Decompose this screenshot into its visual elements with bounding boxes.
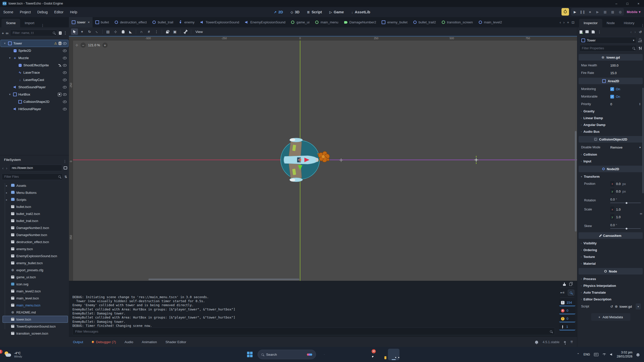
distraction-free-icon[interactable]: ⊡	[572, 20, 575, 24]
file-row[interactable]: tower.tscn	[3, 316, 68, 323]
viewport-2d[interactable]: -500-2500250500750 -2500250	[69, 36, 577, 281]
zoom-out-button[interactable]: −	[80, 42, 86, 48]
filesystem-filter-input[interactable]	[2, 173, 63, 180]
checkbox-checked[interactable]: ✓	[610, 95, 614, 99]
scale-y-field[interactable]: y1.0	[610, 214, 643, 220]
editor-switch-tab[interactable]: ◇ 3D	[288, 9, 303, 15]
visibility-eye-icon[interactable]	[63, 79, 67, 81]
node2d-section-header[interactable]: Node2D	[579, 166, 643, 172]
scale-tool-button[interactable]: ↔	[94, 28, 101, 35]
property-value[interactable]: 15.0	[610, 71, 643, 75]
visibility-eye-icon[interactable]	[63, 57, 67, 59]
expander-icon[interactable]	[8, 93, 12, 96]
property-group-row[interactable]: ›Physics Interpolation	[579, 282, 643, 289]
collapse-messages-icon[interactable]: ⇤≡	[560, 291, 564, 294]
visibility-eye-icon[interactable]	[63, 50, 67, 52]
nav-forward-icon[interactable]: ›	[6, 166, 8, 170]
area2d-section-header[interactable]: Area2D	[579, 78, 643, 84]
add-metadata-button[interactable]: +Add Metadata	[591, 313, 630, 321]
scene-file-tab[interactable]: enemy_bullet ×	[379, 17, 410, 27]
skew-field[interactable]: 0.0 °	[610, 223, 643, 229]
file-row[interactable]: enemy_bullet.tscn	[3, 259, 68, 266]
weather-widget[interactable]: 1 -4°C Windy	[0, 351, 22, 358]
file-row[interactable]: Assets	[3, 182, 68, 189]
inspector-options-icon[interactable]	[639, 47, 642, 50]
close-button[interactable]: ×	[633, 0, 644, 7]
checkbox-checked[interactable]: ✓	[610, 87, 614, 91]
scene-tree-menu-icon[interactable]: ⋮	[63, 31, 67, 35]
remote-debug-button[interactable]: ◍	[616, 8, 624, 16]
group-icon[interactable]	[58, 93, 61, 96]
file-row[interactable]: EnemyExplosionSound.tscn	[3, 252, 68, 259]
clear-output-icon[interactable]	[563, 284, 566, 286]
expander-icon[interactable]	[3, 42, 7, 45]
property-group-row[interactable]: ›Auto Translate	[579, 289, 643, 296]
file-row[interactable]: bullet_trail2.tscn	[3, 210, 68, 217]
scene-tree-row[interactable]: Muzzle ⚠	[1, 54, 68, 62]
prev-tab-icon[interactable]: ‹	[560, 20, 561, 24]
menu-item[interactable]: Project	[17, 10, 34, 14]
priority-value[interactable]: 0▲▼	[610, 102, 643, 106]
file-row[interactable]: Menu Buttons	[3, 189, 68, 196]
play-button[interactable]: ▶	[571, 8, 579, 16]
bottom-panel-tab[interactable]: Audio	[125, 340, 133, 344]
scene-file-tab[interactable]: transition_screen ×	[439, 17, 476, 27]
minimize-button[interactable]: –	[611, 0, 622, 7]
scene-dock-tab[interactable]: Scene	[2, 19, 20, 27]
link-scale-icon[interactable]: ∞	[640, 212, 642, 215]
split-mode-icon[interactable]	[64, 166, 67, 169]
scene-tree-row[interactable]: ShootSoundPlayer ⚠	[1, 83, 68, 91]
property-group-row[interactable]: ›Editor Description	[579, 296, 643, 303]
nav-back-icon[interactable]: ‹	[2, 166, 4, 170]
load-resource-icon[interactable]	[585, 31, 589, 33]
inspector-filter-input[interactable]	[579, 45, 637, 52]
dock-menu-icon[interactable]: ⋮	[39, 23, 47, 27]
file-row[interactable]: DamageNumber.tscn	[3, 231, 68, 238]
maximize-button[interactable]: □	[622, 0, 633, 7]
notification-center-icon[interactable]	[636, 353, 639, 356]
file-row[interactable]: TowerExplosionSound.tscn	[3, 323, 68, 330]
search-messages-button[interactable]	[568, 290, 574, 296]
menu-item[interactable]: Editor	[51, 10, 67, 14]
object-history-icon[interactable]: ↺	[639, 30, 642, 34]
file-row[interactable]: main_level.tscn	[3, 295, 68, 302]
sort-files-icon[interactable]: ⇅	[64, 175, 67, 179]
scene-file-tab[interactable]: destruction_effect ×	[112, 17, 149, 27]
run-target-dropdown[interactable]: Mobile▾	[625, 10, 642, 14]
scene-tree-row[interactable]: Sprite2D ⚠	[1, 47, 68, 54]
editor-switch-tab[interactable]: ▷ Game	[326, 9, 347, 15]
edited-node-selector[interactable]: Tower ▾	[579, 37, 636, 43]
bottom-panel-tab[interactable]: Debugger (7)	[92, 340, 116, 344]
scene-tree-row[interactable]: HitSoundPlayer ⚠	[1, 105, 68, 113]
open-documentation-button[interactable]: DOC	[638, 38, 642, 42]
disable-mode-dropdown[interactable]: Remove▾	[610, 146, 643, 149]
file-row[interactable]: main_level2.tscn	[3, 288, 68, 295]
editor-switch-tab[interactable]: ↗ 2D	[271, 9, 286, 15]
property-group-row[interactable]: ›Input	[579, 158, 643, 165]
expand-panel-icon[interactable]: ⇈	[570, 340, 573, 344]
scene-dock-tab[interactable]: Import	[20, 19, 39, 27]
inspector-dock-tab[interactable]: Inspector	[579, 19, 602, 27]
file-row[interactable]: bullet_trail.tscn	[3, 217, 68, 224]
lock-button[interactable]	[164, 28, 171, 35]
visibility-eye-icon[interactable]	[63, 93, 67, 96]
property-group-row[interactable]: ›Process	[579, 276, 643, 282]
scene-tree-row[interactable]: Tower ⚠	[1, 40, 68, 47]
taskbar-app-icon[interactable]	[330, 349, 342, 360]
editor-switch-tab[interactable]: ≣ Script	[304, 9, 325, 15]
new-resource-icon[interactable]	[580, 30, 582, 34]
scene-file-tab[interactable]: bullet_trail2 ×	[410, 17, 439, 27]
group-button[interactable]: ▣	[171, 28, 178, 35]
taskbar-app-icon[interactable]	[353, 349, 365, 360]
folder-expand-icon[interactable]	[6, 191, 9, 194]
snap-options-icon[interactable]: ⋮	[153, 28, 160, 35]
file-row[interactable]: Scripts	[3, 196, 68, 203]
edited-count-badge[interactable]: 1	[559, 324, 575, 330]
close-tab-icon[interactable]: ×	[88, 20, 90, 24]
canvasitem-section-header[interactable]: CanvasItem	[579, 232, 643, 239]
property-group-row[interactable]: ›Visibility	[579, 240, 643, 247]
taskbar-app-icon[interactable]	[318, 349, 330, 360]
output-filter-input[interactable]	[75, 330, 550, 333]
scene-tree-row[interactable]: LaserRayCast ⚠	[1, 76, 68, 83]
property-group-row[interactable]: ›Texture	[579, 253, 643, 260]
